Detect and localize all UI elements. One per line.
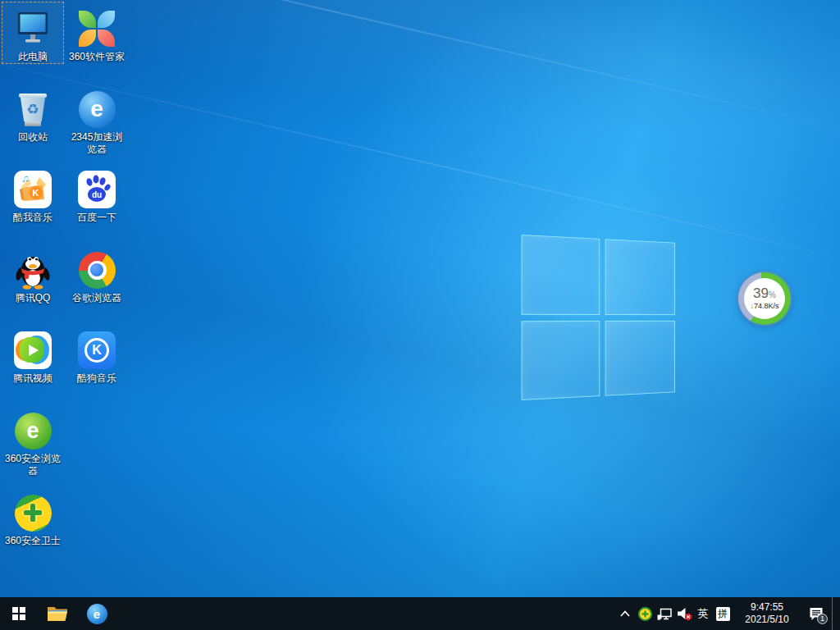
- download-percent: 39: [753, 285, 769, 301]
- taskbar-clock[interactable]: 9:47:55 2021/5/10: [733, 597, 801, 630]
- system-tray: 英 拼 9:47:55 2021/5/10 1: [615, 597, 840, 630]
- desktop-icon-label: 腾讯QQ: [16, 292, 51, 304]
- show-desktop-button[interactable]: [832, 597, 840, 630]
- desktop-icon-tencent-video[interactable]: 腾讯视频: [2, 323, 64, 386]
- cross-icon: [24, 504, 42, 522]
- tray-ime-mode[interactable]: 拼: [712, 597, 733, 630]
- desktop-icon-this-pc[interactable]: 此电脑: [2, 2, 64, 64]
- kuwo-music-icon: ♫ K: [13, 170, 52, 209]
- desktop-icon-360-software-manager[interactable]: 360软件管家: [66, 2, 128, 64]
- desktop-icon-label: 腾讯视频: [13, 372, 52, 385]
- kugou-music-icon: K: [77, 331, 116, 370]
- kugou-k-glyph: K: [92, 343, 102, 358]
- tray-show-hidden-icons[interactable]: [615, 597, 635, 630]
- desktop-icon-label: 2345加速浏览器: [67, 131, 126, 156]
- petal-green: [79, 11, 96, 28]
- desktop-icon-google-chrome[interactable]: 谷歌浏览器: [66, 243, 128, 305]
- bin-rim: [19, 94, 47, 98]
- e-glyph: e: [26, 418, 39, 444]
- taskbar: e: [0, 597, 840, 630]
- pinyin-mode-icon: 拼: [716, 607, 730, 621]
- windows-logo-pane: [605, 239, 675, 315]
- percent-sign: %: [769, 290, 776, 299]
- windows-logo-pane: [605, 320, 675, 396]
- desktop-icon-label: 百度一下: [77, 212, 116, 224]
- clock-date: 2021/5/10: [745, 614, 788, 626]
- svg-text:du: du: [92, 190, 102, 199]
- petal-blue: [98, 11, 115, 28]
- desktop-icon-label: 360软件管家: [69, 51, 125, 63]
- petal-red: [98, 30, 115, 47]
- network-icon: [657, 607, 673, 621]
- action-center-button[interactable]: 1: [801, 597, 832, 630]
- desktop-icon-baidu[interactable]: du 百度一下: [66, 162, 128, 225]
- e-glyph: e: [90, 96, 103, 122]
- windows-logo: [522, 235, 675, 400]
- desktop-icon-tencent-qq[interactable]: 腾讯QQ: [2, 243, 64, 305]
- desktop-icon-kuwo-music[interactable]: ♫ K 酷我音乐: [2, 162, 64, 225]
- taskbar-file-explorer[interactable]: [38, 597, 77, 630]
- desktop-icon-label: 360安全浏览器: [3, 453, 62, 477]
- download-progress-widget[interactable]: 39% ↓74.8K/s: [738, 272, 791, 325]
- desktop-icon-label: 酷狗音乐: [77, 372, 116, 385]
- music-note: ♫: [21, 172, 30, 185]
- clock-time: 9:47:55: [751, 601, 783, 614]
- desktop-icon-360-secure-browser[interactable]: e 360安全浏览器: [2, 404, 64, 478]
- google-chrome-icon: [77, 250, 116, 290]
- tray-volume-muted[interactable]: [674, 597, 694, 630]
- desktop-icon-label: 360安全卫士: [5, 535, 61, 547]
- taskbar-2345-browser[interactable]: e: [77, 597, 116, 630]
- windows-desktop-screen: 此电脑 360软件管家 ♻ 回收站 e 2345加速浏览器: [0, 0, 840, 630]
- windows-logo-pane: [522, 235, 600, 315]
- this-pc-icon: [13, 9, 52, 48]
- tray-network[interactable]: [655, 597, 674, 630]
- 2345-browser-icon: e: [87, 604, 107, 624]
- desktop-icon-kugou-music[interactable]: K 酷狗音乐: [66, 323, 128, 386]
- desktop-icon-360-safeguard[interactable]: 360安全卫士: [2, 486, 64, 548]
- recycle-symbol: ♻: [26, 103, 39, 116]
- kuwo-k-glyph: K: [33, 188, 39, 198]
- download-progress-inner: 39% ↓74.8K/s: [744, 278, 785, 319]
- desktop-icon-label: 谷歌浏览器: [72, 292, 121, 304]
- windows-start-icon: [12, 607, 25, 620]
- play-icon: [29, 345, 39, 356]
- 360-safeguard-icon: [13, 493, 52, 532]
- notification-count-badge: 1: [817, 614, 828, 624]
- baidu-icon: du: [77, 170, 116, 209]
- tray-ime-language[interactable]: 英: [694, 597, 712, 630]
- speaker-muted-icon: [677, 607, 692, 621]
- desktop-icon-label: 此电脑: [18, 51, 48, 63]
- tray-360-safeguard[interactable]: [635, 597, 655, 630]
- desktop-icon-recycle-bin[interactable]: ♻ 回收站: [2, 82, 64, 144]
- chevron-up-icon: [620, 610, 630, 617]
- desktop-icon-2345-browser[interactable]: e 2345加速浏览器: [66, 82, 128, 157]
- desktop-icon-label: 酷我音乐: [13, 212, 52, 224]
- petal-orange: [79, 30, 96, 47]
- 2345-browser-icon: e: [77, 89, 116, 129]
- desktop-icon-label: 回收站: [18, 131, 48, 144]
- 360-software-manager-icon: [77, 9, 116, 48]
- 360-tray-icon: [638, 607, 652, 621]
- tencent-qq-icon: [13, 250, 52, 290]
- bin-base: [25, 121, 41, 126]
- tencent-video-icon: [13, 331, 52, 370]
- 360-secure-browser-icon: e: [13, 411, 52, 450]
- file-explorer-icon: [47, 605, 68, 623]
- start-button[interactable]: [0, 597, 38, 630]
- download-speed: 74.8K/s: [754, 302, 779, 310]
- windows-logo-pane: [522, 321, 600, 401]
- recycle-bin-icon: ♻: [13, 89, 52, 129]
